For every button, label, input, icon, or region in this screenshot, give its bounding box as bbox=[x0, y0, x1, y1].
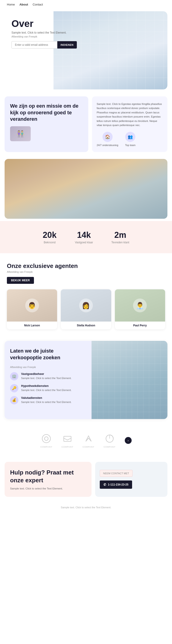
mission-image: 👫 bbox=[10, 126, 31, 141]
service-text-valuta: Valutadiensten Sample text. Click to sel… bbox=[21, 396, 72, 404]
footer: Sample text. Click to select the Text El… bbox=[0, 502, 172, 513]
service-title-vastgoed: Vastgoedbeheer bbox=[21, 372, 72, 376]
mission-left-card: We zijn op een missie om de kijk op onro… bbox=[4, 96, 88, 152]
team-icon: 👥 bbox=[125, 132, 135, 142]
stats-section: 20k Bekroond 14k Vastgoed klaar 2m Tevre… bbox=[0, 221, 172, 253]
email-input[interactable] bbox=[11, 41, 57, 48]
hulp-left-card: Hulp nodig? Praat met onze expert Sample… bbox=[4, 462, 91, 497]
verkoop-section: Laten we de juiste verkoopoptie zoeken A… bbox=[4, 341, 168, 419]
logo-label-4: COMPANY bbox=[104, 446, 116, 448]
support-icon: 🏠 bbox=[102, 132, 113, 142]
hero-image-credit: Afbeelding van Freepik bbox=[11, 35, 77, 38]
logo-icon-4 bbox=[104, 433, 115, 444]
stat-bekroond: 20k Bekroond bbox=[43, 230, 56, 244]
stat-vastgoed-label: Vastgoed klaar bbox=[75, 241, 93, 244]
agent-name-stella: Stella Hudson bbox=[61, 322, 111, 329]
mission-right-card: Sample text. Click to Egestas egestas fr… bbox=[92, 96, 168, 152]
svg-point-0 bbox=[42, 434, 50, 443]
service-title-valuta: Valutadiensten bbox=[21, 396, 72, 400]
svg-point-1 bbox=[44, 437, 48, 440]
logo-icon-2 bbox=[62, 433, 73, 444]
team-photo bbox=[4, 159, 168, 219]
agent-cards: 👨 Nick Larson 👩 Stella Hudson 👨‍💼 Paul P… bbox=[7, 289, 165, 329]
stat-vastgoed-number: 14k bbox=[75, 230, 93, 240]
service-title-hypotheek: Hypotheekdiensten bbox=[21, 384, 72, 388]
neem-contact-button[interactable]: NEEM CONTACT MET bbox=[100, 470, 133, 477]
nav-contact[interactable]: Contact bbox=[33, 3, 43, 6]
logo-label-3: COMPANY bbox=[83, 446, 94, 448]
stat-tevreden-number: 2m bbox=[111, 230, 129, 240]
hulp-title: Hulp nodig? Praat met onze expert bbox=[10, 469, 86, 484]
agent-photo-stella: 👩 bbox=[61, 289, 111, 322]
mission-title: We zijn op een missie om de kijk op onro… bbox=[10, 103, 83, 122]
service-hypotheek: 🔑 Hypotheekdiensten Sample text. Click t… bbox=[10, 384, 86, 392]
logos-section: COMPANY COMPANY COMPANY COMPANY bbox=[0, 424, 172, 457]
mission-icon-team: 👥 Top team bbox=[125, 132, 136, 146]
agent-card-stella: 👩 Stella Hudson bbox=[61, 289, 111, 329]
agent-card-nick: 👨 Nick Larson bbox=[7, 289, 57, 329]
navbar: Home About Contact bbox=[0, 0, 172, 9]
mission-icon-support: 🏠 24/7 ondersteuning bbox=[96, 132, 118, 146]
hero-form: INDIENEN bbox=[11, 41, 77, 48]
team-photo-inner bbox=[4, 159, 168, 219]
agents-section: Onze exclusieve agenten Afbeelding van F… bbox=[0, 253, 172, 336]
mission-text: Sample text. Click to Egestas egestas fr… bbox=[96, 102, 163, 127]
agent-photo-paul: 👨‍💼 bbox=[115, 289, 165, 322]
footer-text: Sample text. Click to select the Text El… bbox=[7, 506, 165, 509]
hulp-right-card: NEEM CONTACT MET ✆ 1-111-234-23-25 bbox=[95, 462, 168, 497]
building-visual bbox=[91, 341, 168, 419]
logo-2: COMPANY bbox=[62, 433, 73, 448]
service-desc-vastgoed: Sample text. Click to select the Text El… bbox=[21, 376, 72, 380]
agent-photo-nick: 👨 bbox=[7, 289, 57, 322]
nav-about[interactable]: About bbox=[19, 3, 28, 6]
logos-next-button[interactable]: › bbox=[125, 437, 132, 444]
logo-icon-3 bbox=[83, 433, 94, 444]
stat-bekroond-number: 20k bbox=[43, 230, 56, 240]
verkoop-left: Laten we de juiste verkoopoptie zoeken A… bbox=[4, 341, 91, 419]
service-desc-hypotheek: Sample text. Click to select the Text El… bbox=[21, 388, 72, 392]
hulp-description: Sample text. Click to select the Text El… bbox=[10, 487, 86, 490]
phone-button[interactable]: ✆ 1-111-234-23-25 bbox=[100, 480, 132, 489]
logo-3: COMPANY bbox=[83, 433, 94, 448]
phone-icon: ✆ bbox=[103, 483, 106, 486]
stat-vastgoed: 14k Vastgoed klaar bbox=[75, 230, 93, 244]
agents-image-credit: Afbeelding van Freepik bbox=[7, 270, 165, 273]
agent-name-nick: Nick Larson bbox=[7, 322, 57, 329]
service-valuta: 💰 Valutadiensten Sample text. Click to s… bbox=[10, 396, 86, 404]
service-vastgoed: 🏢 Vastgoedbeheer Sample text. Click to s… bbox=[10, 372, 86, 380]
logo-label-1: COMPANY bbox=[40, 446, 52, 448]
hero-title: Over bbox=[11, 18, 77, 29]
bekijk-meer-button[interactable]: BEKIJK MEER bbox=[7, 277, 34, 284]
logo-label-2: COMPANY bbox=[62, 446, 73, 448]
support-label: 24/7 ondersteuning bbox=[96, 144, 118, 146]
service-icon-vastgoed: 🏢 bbox=[10, 372, 18, 380]
agent-card-paul: 👨‍💼 Paul Perry bbox=[115, 289, 165, 329]
logo-icon-1 bbox=[41, 433, 52, 444]
mission-section: We zijn op een missie om de kijk op onro… bbox=[4, 96, 168, 152]
submit-button[interactable]: INDIENEN bbox=[57, 41, 77, 48]
team-label: Top team bbox=[125, 144, 136, 146]
mission-icons: 🏠 24/7 ondersteuning 👥 Top team bbox=[96, 132, 163, 146]
nav-home[interactable]: Home bbox=[7, 3, 15, 6]
agents-title: Onze exclusieve agenten bbox=[7, 262, 165, 270]
hulp-section: Hulp nodig? Praat met onze expert Sample… bbox=[4, 462, 168, 497]
stat-bekroond-label: Bekroond bbox=[43, 241, 56, 244]
service-icon-hypotheek: 🔑 bbox=[10, 384, 18, 392]
service-desc-valuta: Sample text. Click to select the Text El… bbox=[21, 400, 72, 404]
logo-1: COMPANY bbox=[40, 433, 52, 448]
service-text-vastgoed: Vastgoedbeheer Sample text. Click to sel… bbox=[21, 372, 72, 380]
hero-content: Over Sample text. Click to select the Te… bbox=[11, 18, 77, 48]
agent-figure-stella: 👩 bbox=[79, 298, 93, 312]
stat-tevreden: 2m Tevreden klant bbox=[111, 230, 129, 244]
service-icon-valuta: 💰 bbox=[10, 396, 18, 404]
verkoop-title: Laten we de juiste verkoopoptie zoeken bbox=[10, 348, 86, 361]
hero-subtitle: Sample text. Click to select the Text El… bbox=[11, 31, 77, 34]
stat-tevreden-label: Tevreden klant bbox=[111, 241, 129, 244]
verkoop-right-image bbox=[91, 341, 168, 419]
agent-name-paul: Paul Perry bbox=[115, 322, 165, 329]
logo-4: COMPANY bbox=[104, 433, 116, 448]
agent-figure-paul: 👨‍💼 bbox=[133, 298, 147, 312]
phone-number: 1-111-234-23-25 bbox=[108, 483, 128, 486]
verkoop-image-credit: Afbeelding van Freepik bbox=[10, 366, 86, 368]
agent-figure-nick: 👨 bbox=[25, 298, 39, 312]
